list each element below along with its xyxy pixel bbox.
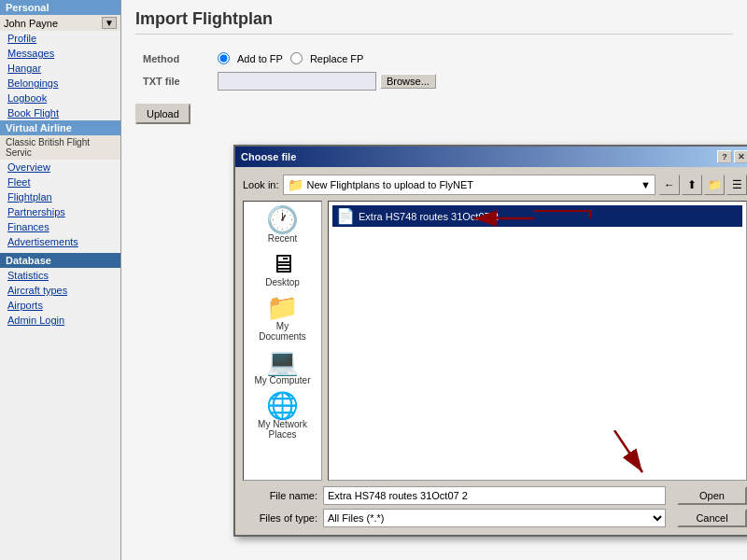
sidebar-item-finances[interactable]: Finances [0,219,120,234]
dialog-titlebar: Choose file ? ✕ [235,147,747,167]
dialog-bottom-form: File name: Open Files of type: All Files… [243,486,747,527]
add-to-fp-radio[interactable] [218,52,230,64]
shortcut-network-places[interactable]: 🌐 My Network Places [250,391,316,441]
file-listing-area[interactable]: 📄 Extra HS748 routes 31Oct07 2 [328,201,747,481]
sidebar-item-profile[interactable]: Profile [0,31,120,46]
shortcut-my-computer-label: My Computer [254,375,310,385]
file-name-input[interactable] [323,486,666,505]
sidebar-item-logbook[interactable]: Logbook [0,91,120,105]
browse-button[interactable]: Browse... [380,74,436,89]
import-form: Method Add to FP Replace FP TXT file Bro… [135,49,733,94]
txt-file-input[interactable] [218,72,376,91]
method-radio-group: Add to FP Replace FP [218,52,726,64]
shortcut-recent[interactable]: 🕐 Recent [250,205,316,245]
sidebar-item-messages[interactable]: Messages [0,46,120,61]
network-places-icon: 🌐 [266,393,299,419]
db-header: Database [0,253,120,268]
look-in-bar: Look in: 📁 New Flightplans to upload to … [243,175,747,195]
add-to-fp-label: Add to FP [237,53,283,64]
recent-icon: 🕐 [266,207,299,233]
file-icon: 📄 [336,207,355,225]
look-in-value: New Flightplans to upload to FlyNET [307,179,638,190]
choose-file-dialog: Choose file ? ✕ Look in: 📁 New Flightpla… [233,145,747,537]
dropdown-arrow-icon: ▼ [102,17,117,29]
file-name-label: File name: [243,490,317,501]
dropdown-icon: ▼ [641,179,651,190]
sidebar-item-flightplan[interactable]: Flightplan [0,189,120,204]
dialog-title: Choose file [241,151,296,162]
shortcut-my-documents[interactable]: 📁 My Documents [250,293,316,343]
page-title: Import Flightplan [135,9,733,35]
folder-icon: 📁 [288,177,303,192]
my-computer-icon: 💻 [266,349,299,375]
method-label: Method [135,49,210,68]
dialog-content-area: 🕐 Recent 🖥 Desktop 📁 My Documents 💻 My C… [243,201,747,481]
shortcuts-panel: 🕐 Recent 🖥 Desktop 📁 My Documents 💻 My C… [243,201,322,481]
sidebar: Personal John Payne ▼ Profile Messages H… [0,0,121,560]
dialog-title-buttons: ? ✕ [717,150,747,163]
filename-row: File name: Open [243,486,747,505]
shortcut-desktop[interactable]: 🖥 Desktop [250,249,316,289]
files-of-type-row: Files of type: All Files (*.*) Cancel [243,509,747,527]
file-item[interactable]: 📄 Extra HS748 routes 31Oct07 2 [332,205,742,227]
my-documents-icon: 📁 [266,295,299,321]
action-buttons: Open [677,486,747,505]
va-header: Virtual Airline [0,120,120,135]
toolbar-buttons: ← ⬆ 📁 ☰ [659,175,747,195]
new-folder-button[interactable]: 📁 [704,175,725,195]
main-content: Import Flightplan Method Add to FP Repla… [121,0,747,560]
shortcut-recent-label: Recent [268,233,298,244]
shortcut-network-places-label: My Network Places [252,419,314,440]
cancel-button[interactable]: Cancel [677,509,747,527]
upload-button[interactable]: Upload [135,104,190,124]
files-of-type-label: Files of type: [243,512,317,524]
desktop-icon: 🖥 [270,251,296,277]
txt-file-label: TXT file [135,68,210,94]
sidebar-item-advertisements[interactable]: Advertisements [0,234,120,249]
close-button[interactable]: ✕ [734,150,747,163]
arrow-annotation-1 [329,202,746,480]
sidebar-item-book-flight[interactable]: Book Flight [0,105,120,120]
shortcut-desktop-label: Desktop [265,277,300,287]
back-button[interactable]: ← [659,175,680,195]
sidebar-item-admin-login[interactable]: Admin Login [0,313,120,328]
sidebar-item-aircraft-types[interactable]: Aircraft types [0,283,120,298]
files-of-type-select[interactable]: All Files (*.*) [323,509,666,527]
sidebar-item-fleet[interactable]: Fleet [0,175,120,189]
shortcut-my-computer[interactable]: 💻 My Computer [250,347,316,387]
sidebar-item-partnerships[interactable]: Partnerships [0,204,120,219]
replace-fp-radio[interactable] [290,52,303,64]
dialog-body: Look in: 📁 New Flightplans to upload to … [235,167,747,535]
look-in-select[interactable]: 📁 New Flightplans to upload to FlyNET ▼ [283,175,655,195]
va-name: Classic British Flight Servic [0,135,120,160]
file-name-display: Extra HS748 routes 31Oct07 2 [359,211,499,222]
sidebar-item-airports[interactable]: Airports [0,298,120,313]
cancel-btn-column: Cancel [677,509,747,527]
view-button[interactable]: ☰ [726,175,747,195]
sidebar-item-hangar[interactable]: Hangar [0,61,120,76]
user-dropdown[interactable]: John Payne ▼ [0,15,120,31]
sidebar-item-statistics[interactable]: Statistics [0,268,120,283]
sidebar-item-belongings[interactable]: Belongings [0,76,120,91]
up-folder-button[interactable]: ⬆ [682,175,702,195]
user-name-label: John Payne [4,18,102,29]
replace-fp-label: Replace FP [310,53,363,64]
shortcut-my-documents-label: My Documents [252,321,314,342]
personal-header: Personal [0,0,120,15]
open-button[interactable]: Open [677,486,747,505]
look-in-label: Look in: [243,179,279,190]
help-button[interactable]: ? [717,150,732,163]
sidebar-item-overview[interactable]: Overview [0,160,120,175]
